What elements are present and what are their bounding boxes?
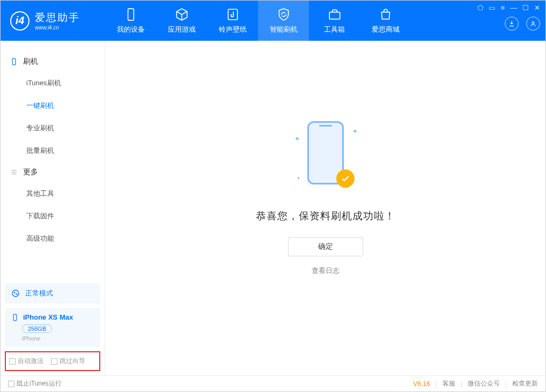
sidebar-item-itunes-flash[interactable]: iTunes刷机 xyxy=(1,72,105,94)
shirt-icon[interactable]: ⬠ xyxy=(477,4,483,12)
nav-label: 铃声壁纸 xyxy=(219,25,247,34)
options-highlight-box: 自动激活 跳过向导 xyxy=(5,351,100,371)
footer-link-update[interactable]: 检查更新 xyxy=(512,379,538,388)
device-card[interactable]: iPhone XS Max 256GB iPhone xyxy=(5,308,100,347)
nav-tab-toolbox[interactable]: 工具箱 xyxy=(309,1,360,41)
svg-point-7 xyxy=(16,293,18,295)
device-small-icon xyxy=(10,58,18,65)
nav-label: 我的设备 xyxy=(117,25,145,34)
section-title: 更多 xyxy=(23,167,38,177)
logo-area: i4 爱思助手 www.i4.cn xyxy=(1,11,105,31)
mode-label: 正常模式 xyxy=(25,289,53,298)
section-title: 刷机 xyxy=(23,57,38,66)
svg-rect-8 xyxy=(13,314,17,321)
window-controls: ⬠ ▭ ≡ ― ☐ ✕ xyxy=(477,4,540,12)
confirm-button[interactable]: 确定 xyxy=(288,237,363,256)
main-content: ✦ ✦ • 恭喜您，保资料刷机成功啦！ 确定 查看日志 xyxy=(105,41,545,375)
nav-tab-ringtones[interactable]: 铃声壁纸 xyxy=(207,1,258,41)
logo-text: 爱思助手 www.i4.cn xyxy=(35,11,80,31)
nav-tab-apps[interactable]: 应用游戏 xyxy=(156,1,207,41)
mode-card[interactable]: 正常模式 xyxy=(5,283,100,304)
logo-icon: i4 xyxy=(10,11,29,31)
checkbox-skip-wizard[interactable]: 跳过向导 xyxy=(51,357,85,366)
nav-tab-device[interactable]: 我的设备 xyxy=(105,1,156,41)
svg-point-3 xyxy=(532,22,534,24)
success-message: 恭喜您，保资料刷机成功啦！ xyxy=(256,209,395,223)
user-icon[interactable] xyxy=(526,17,540,31)
music-icon xyxy=(226,8,240,21)
nav-tab-store[interactable]: 爱思商城 xyxy=(360,1,411,41)
svg-rect-4 xyxy=(12,58,16,65)
svg-rect-2 xyxy=(329,12,340,19)
success-illustration: ✦ ✦ • xyxy=(293,119,358,194)
svg-point-6 xyxy=(14,292,16,293)
svg-rect-0 xyxy=(128,9,134,20)
menu-icon[interactable]: ≡ xyxy=(500,4,505,12)
device-storage: 256GB xyxy=(22,324,52,333)
shield-sync-icon xyxy=(277,8,291,21)
nav-label: 工具箱 xyxy=(324,25,345,34)
list-icon xyxy=(10,168,18,176)
sidebar-item-download-firmware[interactable]: 下载固件 xyxy=(1,205,105,227)
checkbox-auto-activate[interactable]: 自动激活 xyxy=(9,357,43,366)
note-icon[interactable]: ▭ xyxy=(489,4,495,12)
check-badge-icon xyxy=(336,169,355,188)
cube-icon xyxy=(175,8,189,21)
view-log-link[interactable]: 查看日志 xyxy=(312,266,340,276)
minimize-button[interactable]: ― xyxy=(510,4,517,12)
footer-right: V8.16 | 客服 | 微信公众号 | 检查更新 xyxy=(413,379,538,388)
maximize-button[interactable]: ☐ xyxy=(522,4,529,12)
sidebar: 刷机 iTunes刷机 一键刷机 专业刷机 批量刷机 更多 其他工具 下载固件 … xyxy=(1,41,105,375)
svg-rect-1 xyxy=(228,9,237,20)
sidebar-item-oneclick-flash[interactable]: 一键刷机 xyxy=(1,94,105,117)
sparkle-icon: • xyxy=(298,175,300,182)
device-type: iPhone xyxy=(22,335,94,342)
download-icon[interactable] xyxy=(505,17,519,31)
bag-icon xyxy=(379,8,393,21)
nav-tab-flash[interactable]: 智能刷机 xyxy=(258,1,309,41)
sidebar-item-pro-flash[interactable]: 专业刷机 xyxy=(1,117,105,139)
version-label: V8.16 xyxy=(413,380,430,388)
nav-tabs: 我的设备 应用游戏 铃声壁纸 智能刷机 工具箱 爱思商城 xyxy=(105,1,411,41)
checkbox-prevent-itunes[interactable]: 阻止iTunes运行 xyxy=(8,379,62,388)
phone-small-icon xyxy=(11,314,19,321)
nav-label: 应用游戏 xyxy=(168,25,196,34)
sparkle-icon: ✦ xyxy=(352,128,358,135)
cb-label: 自动激活 xyxy=(18,357,43,366)
nav-label: 智能刷机 xyxy=(270,25,298,34)
app-name: 爱思助手 xyxy=(35,11,80,25)
close-button[interactable]: ✕ xyxy=(534,4,540,12)
header-right xyxy=(505,17,540,31)
sidebar-item-batch-flash[interactable]: 批量刷机 xyxy=(1,139,105,162)
device-name: iPhone XS Max xyxy=(23,313,73,321)
sidebar-section-flash: 刷机 xyxy=(1,51,105,72)
cb-label: 跳过向导 xyxy=(60,357,85,366)
sidebar-item-advanced[interactable]: 高级功能 xyxy=(1,227,105,250)
svg-point-5 xyxy=(12,290,19,297)
sparkle-icon: ✦ xyxy=(294,135,300,143)
body-area: 刷机 iTunes刷机 一键刷机 专业刷机 批量刷机 更多 其他工具 下载固件 … xyxy=(1,41,545,375)
footer-link-support[interactable]: 客服 xyxy=(442,379,455,388)
app-header: i4 爱思助手 www.i4.cn 我的设备 应用游戏 铃声壁纸 智能刷机 工具… xyxy=(1,1,545,41)
sidebar-section-more: 更多 xyxy=(1,162,105,182)
toolbox-icon xyxy=(328,8,342,21)
nav-label: 爱思商城 xyxy=(372,25,400,34)
sidebar-bottom: 正常模式 iPhone XS Max 256GB iPhone 自动激活 跳过向… xyxy=(1,279,105,375)
footer-link-wechat[interactable]: 微信公众号 xyxy=(468,379,500,388)
mode-icon xyxy=(11,289,20,298)
sidebar-item-other-tools[interactable]: 其他工具 xyxy=(1,182,105,205)
app-domain: www.i4.cn xyxy=(35,25,80,31)
footer: 阻止iTunes运行 V8.16 | 客服 | 微信公众号 | 检查更新 xyxy=(1,375,545,391)
cb-label: 阻止iTunes运行 xyxy=(17,379,62,388)
phone-icon xyxy=(124,8,138,21)
